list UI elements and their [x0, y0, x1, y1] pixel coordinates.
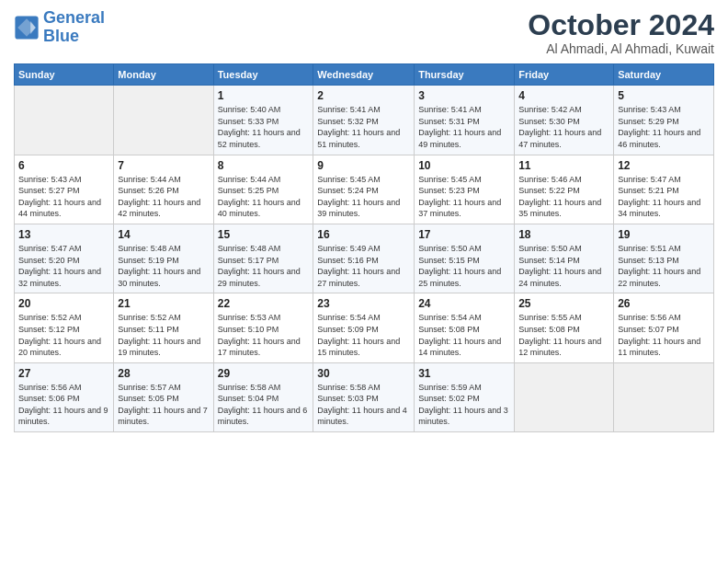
calendar-cell: 22Sunrise: 5:53 AMSunset: 5:10 PMDayligh…	[213, 293, 313, 362]
day-detail: Sunrise: 5:47 AMSunset: 5:20 PMDaylight:…	[18, 243, 109, 289]
header-row: SundayMondayTuesdayWednesdayThursdayFrid…	[15, 64, 714, 86]
day-detail: Sunrise: 5:43 AMSunset: 5:29 PMDaylight:…	[618, 104, 710, 150]
day-detail: Sunrise: 5:41 AMSunset: 5:32 PMDaylight:…	[317, 104, 410, 150]
logo-text: General Blue	[43, 9, 105, 46]
logo-line2: Blue	[43, 27, 79, 45]
day-number: 16	[317, 228, 410, 241]
day-detail: Sunrise: 5:57 AMSunset: 5:05 PMDaylight:…	[118, 382, 209, 428]
day-detail: Sunrise: 5:45 AMSunset: 5:23 PMDaylight:…	[418, 174, 510, 220]
day-detail: Sunrise: 5:45 AMSunset: 5:24 PMDaylight:…	[317, 174, 410, 220]
calendar-cell: 20Sunrise: 5:52 AMSunset: 5:12 PMDayligh…	[15, 293, 114, 362]
day-detail: Sunrise: 5:44 AMSunset: 5:25 PMDaylight:…	[218, 174, 310, 220]
calendar-header: SundayMondayTuesdayWednesdayThursdayFrid…	[15, 64, 714, 86]
weekday-header: Thursday	[415, 64, 515, 86]
calendar-cell: 9Sunrise: 5:45 AMSunset: 5:24 PMDaylight…	[313, 155, 415, 224]
calendar-cell: 14Sunrise: 5:48 AMSunset: 5:19 PMDayligh…	[114, 224, 213, 293]
calendar-body: 1Sunrise: 5:40 AMSunset: 5:33 PMDaylight…	[15, 86, 714, 432]
calendar-cell	[614, 362, 714, 431]
calendar-cell: 16Sunrise: 5:49 AMSunset: 5:16 PMDayligh…	[313, 224, 415, 293]
day-detail: Sunrise: 5:47 AMSunset: 5:21 PMDaylight:…	[618, 174, 710, 220]
calendar-cell: 3Sunrise: 5:41 AMSunset: 5:31 PMDaylight…	[415, 86, 515, 155]
day-number: 14	[118, 228, 209, 241]
day-detail: Sunrise: 5:55 AMSunset: 5:08 PMDaylight:…	[518, 312, 609, 358]
day-detail: Sunrise: 5:50 AMSunset: 5:15 PMDaylight:…	[418, 243, 510, 289]
day-detail: Sunrise: 5:56 AMSunset: 5:06 PMDaylight:…	[18, 382, 109, 428]
calendar-cell: 13Sunrise: 5:47 AMSunset: 5:20 PMDayligh…	[15, 224, 114, 293]
weekday-header: Saturday	[614, 64, 714, 86]
day-number: 25	[518, 297, 609, 310]
weekday-header: Friday	[515, 64, 614, 86]
day-number: 17	[418, 228, 510, 241]
day-number: 12	[618, 159, 710, 172]
day-number: 20	[18, 297, 109, 310]
calendar-cell: 27Sunrise: 5:56 AMSunset: 5:06 PMDayligh…	[15, 362, 114, 431]
day-number: 30	[317, 367, 410, 380]
day-number: 21	[118, 297, 209, 310]
calendar-cell	[114, 86, 213, 155]
day-number: 9	[317, 159, 410, 172]
day-detail: Sunrise: 5:46 AMSunset: 5:22 PMDaylight:…	[518, 174, 609, 220]
day-detail: Sunrise: 5:43 AMSunset: 5:27 PMDaylight:…	[18, 174, 109, 220]
weekday-header: Tuesday	[213, 64, 313, 86]
header: General Blue October 2024 Al Ahmadi, Al …	[14, 9, 714, 56]
day-number: 28	[118, 367, 209, 380]
logo-icon	[14, 15, 40, 40]
calendar-cell: 11Sunrise: 5:46 AMSunset: 5:22 PMDayligh…	[515, 155, 614, 224]
calendar-week-row: 6Sunrise: 5:43 AMSunset: 5:27 PMDaylight…	[15, 155, 714, 224]
day-number: 22	[218, 297, 310, 310]
calendar-cell: 30Sunrise: 5:58 AMSunset: 5:03 PMDayligh…	[313, 362, 415, 431]
day-detail: Sunrise: 5:58 AMSunset: 5:04 PMDaylight:…	[218, 382, 310, 428]
weekday-header: Monday	[114, 64, 213, 86]
day-detail: Sunrise: 5:41 AMSunset: 5:31 PMDaylight:…	[418, 104, 510, 150]
calendar-week-row: 27Sunrise: 5:56 AMSunset: 5:06 PMDayligh…	[15, 362, 714, 431]
day-number: 3	[418, 89, 510, 102]
day-detail: Sunrise: 5:52 AMSunset: 5:12 PMDaylight:…	[18, 312, 109, 358]
day-number: 24	[418, 297, 510, 310]
day-number: 6	[18, 159, 109, 172]
calendar-cell	[15, 86, 114, 155]
calendar-cell: 26Sunrise: 5:56 AMSunset: 5:07 PMDayligh…	[614, 293, 714, 362]
day-detail: Sunrise: 5:53 AMSunset: 5:10 PMDaylight:…	[218, 312, 310, 358]
calendar-cell: 17Sunrise: 5:50 AMSunset: 5:15 PMDayligh…	[415, 224, 515, 293]
day-detail: Sunrise: 5:54 AMSunset: 5:09 PMDaylight:…	[317, 312, 410, 358]
day-number: 10	[418, 159, 510, 172]
day-detail: Sunrise: 5:56 AMSunset: 5:07 PMDaylight:…	[618, 312, 710, 358]
calendar-week-row: 13Sunrise: 5:47 AMSunset: 5:20 PMDayligh…	[15, 224, 714, 293]
month-title: October 2024	[528, 9, 714, 41]
calendar-cell: 19Sunrise: 5:51 AMSunset: 5:13 PMDayligh…	[614, 224, 714, 293]
calendar-cell: 1Sunrise: 5:40 AMSunset: 5:33 PMDaylight…	[213, 86, 313, 155]
day-number: 18	[518, 228, 609, 241]
calendar-cell: 29Sunrise: 5:58 AMSunset: 5:04 PMDayligh…	[213, 362, 313, 431]
calendar-cell: 18Sunrise: 5:50 AMSunset: 5:14 PMDayligh…	[515, 224, 614, 293]
day-detail: Sunrise: 5:48 AMSunset: 5:17 PMDaylight:…	[218, 243, 310, 289]
day-number: 29	[218, 367, 310, 380]
day-detail: Sunrise: 5:52 AMSunset: 5:11 PMDaylight:…	[118, 312, 209, 358]
calendar-week-row: 20Sunrise: 5:52 AMSunset: 5:12 PMDayligh…	[15, 293, 714, 362]
day-number: 4	[518, 89, 609, 102]
calendar-cell: 28Sunrise: 5:57 AMSunset: 5:05 PMDayligh…	[114, 362, 213, 431]
day-number: 8	[218, 159, 310, 172]
day-number: 1	[218, 89, 310, 102]
day-number: 23	[317, 297, 410, 310]
calendar-week-row: 1Sunrise: 5:40 AMSunset: 5:33 PMDaylight…	[15, 86, 714, 155]
day-number: 2	[317, 89, 410, 102]
day-number: 11	[518, 159, 609, 172]
weekday-header: Wednesday	[313, 64, 415, 86]
page: General Blue October 2024 Al Ahmadi, Al …	[0, 0, 728, 442]
calendar-cell: 5Sunrise: 5:43 AMSunset: 5:29 PMDaylight…	[614, 86, 714, 155]
day-number: 26	[618, 297, 710, 310]
calendar-cell: 4Sunrise: 5:42 AMSunset: 5:30 PMDaylight…	[515, 86, 614, 155]
day-detail: Sunrise: 5:50 AMSunset: 5:14 PMDaylight:…	[518, 243, 609, 289]
day-number: 31	[418, 367, 510, 380]
day-detail: Sunrise: 5:58 AMSunset: 5:03 PMDaylight:…	[317, 382, 410, 428]
logo: General Blue	[14, 9, 105, 46]
day-detail: Sunrise: 5:48 AMSunset: 5:19 PMDaylight:…	[118, 243, 209, 289]
day-number: 27	[18, 367, 109, 380]
logo-line1: General	[43, 8, 105, 27]
day-detail: Sunrise: 5:59 AMSunset: 5:02 PMDaylight:…	[418, 382, 510, 428]
calendar-table: SundayMondayTuesdayWednesdayThursdayFrid…	[14, 63, 714, 432]
calendar-cell: 25Sunrise: 5:55 AMSunset: 5:08 PMDayligh…	[515, 293, 614, 362]
day-detail: Sunrise: 5:54 AMSunset: 5:08 PMDaylight:…	[418, 312, 510, 358]
calendar-cell: 24Sunrise: 5:54 AMSunset: 5:08 PMDayligh…	[415, 293, 515, 362]
calendar-cell: 8Sunrise: 5:44 AMSunset: 5:25 PMDaylight…	[213, 155, 313, 224]
